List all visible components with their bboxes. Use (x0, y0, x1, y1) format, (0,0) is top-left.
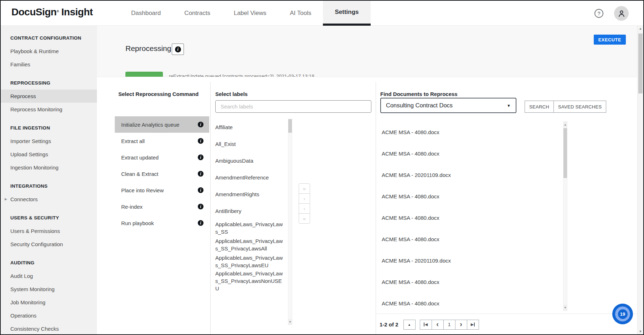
nav-tab-settings[interactable]: Settings (323, 1, 370, 26)
sidebar-item-ingestion-monitoring[interactable]: Ingestion Monitoring (1, 161, 97, 174)
nav-tab-dashboard[interactable]: Dashboard (119, 1, 172, 26)
prev-page-button[interactable]: ‹ (432, 320, 443, 329)
sidebar-item-consistency-checks[interactable]: Consistency Checks (1, 322, 97, 334)
document-item[interactable]: ACME MSA - 4080.docx (380, 121, 558, 143)
expand-arrow-icon[interactable]: ▶ (5, 193, 7, 206)
sidebar-item-job-monitoring[interactable]: Job Monitoring (1, 296, 97, 309)
label-item[interactable]: Affiliate (215, 119, 283, 136)
sidebar-item-connectors[interactable]: ▶Connectors (1, 193, 97, 206)
document-item[interactable]: ACME MSA - 4080.docx (380, 207, 558, 228)
info-icon[interactable]: i (198, 220, 203, 226)
scroll-up-icon[interactable]: ▲ (638, 26, 643, 31)
registered-mark: ® (57, 10, 59, 13)
command-label: Place into Review (121, 187, 164, 193)
document-item[interactable]: ACME MSA - 20201109.docx (380, 250, 558, 271)
first-page-button[interactable]: ◀ (420, 320, 432, 329)
info-icon[interactable]: i (198, 138, 203, 144)
next-page-button[interactable]: › (455, 320, 467, 329)
command-item-clean-extract[interactable]: Clean & Extracti (115, 166, 209, 182)
label-item[interactable]: ApplicableLaws_PrivacyLaws_SS (215, 219, 283, 236)
sidebar-item-label: Job Monitoring (10, 299, 45, 305)
label-item[interactable]: AmendmentRights (215, 186, 283, 203)
move-all-left-button[interactable]: « (299, 213, 310, 224)
page-info-button[interactable]: i (172, 44, 184, 55)
command-item-initialize-analytics-queue[interactable]: Initialize Analytics queuei (115, 116, 209, 133)
document-item[interactable]: ACME MSA - 4080.docx (380, 271, 558, 293)
execute-button[interactable]: EXECUTE (594, 35, 626, 45)
label-item[interactable]: ApplicableLaws_PrivacyLaws_SS_PrivacyLaw… (215, 270, 283, 292)
labels-scrollbar[interactable]: ▼ (288, 119, 292, 325)
labels-scrollbar-thumb[interactable] (288, 119, 292, 133)
nav-tab-ai-tools[interactable]: AI Tools (278, 1, 323, 26)
info-icon[interactable]: i (198, 171, 203, 177)
search-button[interactable]: SEARCH (525, 101, 553, 112)
sidebar-item-upload-settings[interactable]: Upload Settings (1, 148, 97, 161)
scroll-down-icon[interactable]: ▼ (563, 305, 567, 310)
nav-tab-contracts[interactable]: Contracts (172, 1, 222, 26)
command-item-place-into-review[interactable]: Place into Reviewi (115, 182, 209, 198)
command-item-re-index[interactable]: Re-indexi (115, 198, 209, 215)
page-scrollbar-thumb[interactable] (638, 34, 643, 93)
document-item[interactable]: ACME MSA - 20201109.docx (380, 164, 558, 186)
document-item[interactable]: ACME MSA - 4080.docx (380, 186, 558, 207)
sidebar-item-label: Audit Log (10, 273, 33, 279)
command-item-extract-updated[interactable]: Extract updatedi (115, 149, 209, 166)
sidebar-item-playbook-runtime[interactable]: Playbook & Runtime (1, 45, 97, 58)
scroll-up-icon[interactable]: ▲ (563, 122, 567, 127)
document-item[interactable]: ACME MSA - 4080.docx (380, 293, 558, 314)
scroll-down-icon[interactable]: ▼ (638, 329, 643, 334)
documents-scrollbar[interactable]: ▲ ▼ (563, 121, 567, 311)
sidebar-item-reprocess-monitoring[interactable]: Reprocess Monitoring (1, 103, 97, 116)
move-all-right-button[interactable]: » (299, 183, 310, 194)
info-icon[interactable]: i (198, 187, 203, 193)
label-item[interactable]: ApplicableLaws_PrivacyLaws_SS_PrivacyLaw… (215, 236, 283, 253)
command-item-run-playbook[interactable]: Run playbooki (115, 215, 209, 231)
sidebar-item-importer-settings[interactable]: Importer Settings (1, 134, 97, 148)
label-item[interactable]: AmbiguousData (215, 152, 283, 169)
label-item[interactable]: AmendmentReference (215, 169, 283, 186)
info-icon[interactable]: i (198, 204, 203, 209)
sidebar-item-security-configuration[interactable]: Security Configuration (1, 238, 97, 251)
info-icon[interactable]: i (198, 122, 203, 127)
scroll-down-icon[interactable]: ▼ (288, 319, 292, 325)
page-number[interactable]: 1 (443, 320, 455, 329)
label-item[interactable]: All_Exist (215, 136, 283, 152)
badge-ring: 19 (615, 306, 630, 321)
column-divider (210, 82, 211, 334)
sidebar-item-system-monitoring[interactable]: System Monitoring (1, 283, 97, 296)
page-scrollbar[interactable]: ▲ ▼ (637, 26, 643, 334)
chevron-glyph: ‹ (436, 320, 439, 328)
sidebar-section-gap (1, 116, 97, 121)
move-left-button[interactable]: ‹ (299, 203, 310, 214)
notification-badge[interactable]: 19 (612, 304, 633, 324)
nav-tab-label-views[interactable]: Label Views (222, 1, 278, 26)
documents-scrollbar-thumb[interactable] (563, 128, 567, 178)
info-icon[interactable]: i (198, 154, 203, 160)
label-item[interactable]: AntiBribery (215, 203, 283, 219)
sidebar-item-label: Importer Settings (10, 138, 51, 144)
command-item-extract-all[interactable]: Extract alli (115, 133, 209, 149)
saved-search-dropdown[interactable]: Consulting Contract Docs ▼ (380, 98, 516, 113)
document-item[interactable]: ACME MSA - 4080.docx (380, 143, 558, 164)
documents-pagination: 1-2 of 2 ▲ ◀‹1›▶ (376, 314, 637, 334)
commands-heading: Select Reprocessing Command (118, 91, 199, 97)
help-icon[interactable]: ? (594, 9, 603, 18)
page-number-label: 1 (448, 322, 450, 327)
saved-searches-button[interactable]: SAVED SEARCHES (553, 101, 606, 112)
page-title: Reprocessing (125, 44, 171, 53)
move-right-button[interactable]: › (299, 193, 310, 204)
sidebar-item-operations[interactable]: Operations (1, 309, 97, 322)
sidebar-item-users-permissions[interactable]: Users & Permissions (1, 224, 97, 238)
document-item[interactable]: ACME MSA - 4080.docx (380, 228, 558, 250)
sidebar-item-reprocess[interactable]: Reprocess (1, 90, 97, 103)
docusign-insight-logo: DocuSign® Insight (11, 6, 93, 18)
sidebar-item-families[interactable]: Families (1, 58, 97, 71)
collapse-results-button[interactable]: ▲ (403, 320, 416, 330)
search-labels-input[interactable] (215, 100, 371, 113)
last-page-button[interactable]: ▶ (467, 320, 479, 329)
badge-count: 19 (618, 309, 628, 319)
user-avatar[interactable] (614, 6, 629, 21)
sidebar-item-audit-log[interactable]: Audit Log (1, 269, 97, 283)
label-item[interactable]: ApplicableLaws_PrivacyLaws_SS_PrivacyLaw… (215, 253, 283, 270)
reprocessing-command-list: Initialize Analytics queueiExtract alliE… (115, 116, 209, 231)
